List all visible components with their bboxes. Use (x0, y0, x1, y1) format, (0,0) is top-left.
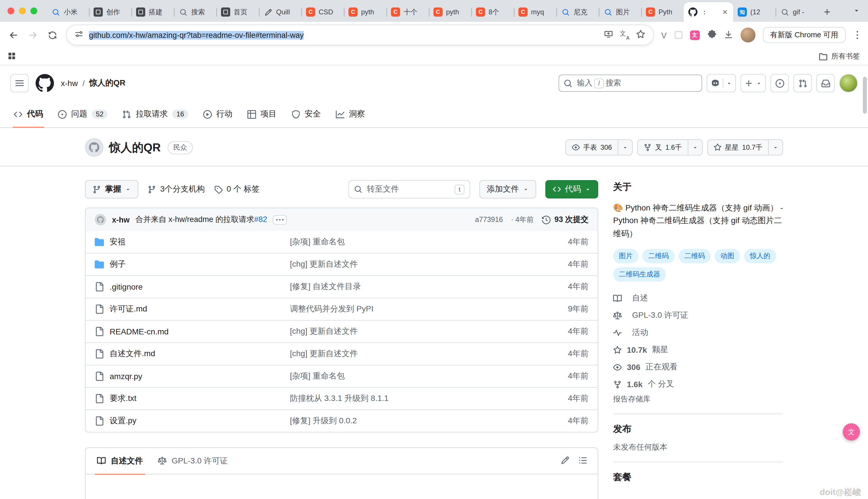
watch-dropdown[interactable] (618, 140, 632, 155)
tab-code[interactable]: 代码 (8, 101, 49, 127)
copilot-button[interactable] (707, 74, 736, 92)
maximize-window-button[interactable] (31, 8, 37, 14)
all-bookmarks-button[interactable]: 所有书签 (819, 52, 860, 61)
license-tab[interactable]: GPL-3.0 许可证 (151, 448, 235, 474)
edit-readme-pencil-icon[interactable] (561, 456, 570, 466)
chrome-update-chip[interactable]: 有新版 Chrome 可用 (763, 27, 846, 43)
browser-tab[interactable]: Cpyth (344, 2, 387, 22)
file-commit-message-link[interactable]: [杂项] 重命名包 (290, 237, 525, 247)
file-name-link[interactable]: 自述文件.md (110, 349, 155, 359)
file-name-link[interactable]: amzqr.py (110, 372, 142, 381)
reload-button[interactable] (45, 27, 60, 42)
page-scrollbar[interactable] (863, 77, 867, 113)
code-button[interactable]: 代码 (545, 180, 598, 198)
browser-tab[interactable]: Cpyth (429, 2, 471, 22)
file-commit-message-link[interactable]: [chg] 更新自述文件 (290, 326, 525, 337)
browser-tab[interactable]: 创作 (89, 2, 131, 22)
fork-dropdown[interactable] (688, 140, 702, 155)
breadcrumb-repo-link[interactable]: 惊人的QR (89, 78, 126, 88)
hamburger-menu-button[interactable] (10, 74, 29, 92)
file-commit-message-link[interactable]: [chg] 更新自述文件 (290, 259, 525, 270)
commit-sha-link[interactable]: a773916 (475, 216, 503, 224)
browser-tab[interactable]: 图片 (599, 2, 641, 22)
forks-link[interactable]: 1.6k 个 分叉 (613, 379, 783, 389)
repo-title[interactable]: 惊人的QR (109, 140, 161, 155)
extension-square-icon[interactable] (674, 31, 682, 39)
browser-tab[interactable]: 首页 (216, 2, 259, 22)
downloads-icon[interactable] (724, 29, 733, 40)
browser-tab[interactable]: Cmyq (514, 2, 556, 22)
browser-tab[interactable]: 尼克 (556, 2, 599, 22)
add-file-button[interactable]: 添加文件 (479, 180, 536, 198)
file-commit-message-link[interactable]: [杂项] 重命名包 (290, 371, 525, 381)
tab-insights[interactable]: 洞察 (330, 101, 371, 127)
commit-history-link[interactable]: 93 次提交 (542, 215, 588, 225)
file-name-link[interactable]: 设置.py (110, 416, 136, 426)
forward-button[interactable] (25, 27, 40, 42)
commit-author-link[interactable]: x-hw (112, 215, 130, 224)
translate-icon[interactable]: 文A (620, 31, 629, 39)
report-repository-link[interactable]: 报告存储库 (613, 394, 783, 404)
activity-link[interactable]: 活动 (613, 328, 783, 338)
file-commit-message-link[interactable]: 调整代码并分发到 PyPI (290, 304, 525, 314)
readme-link[interactable]: 自述 (613, 293, 783, 303)
new-tab-button[interactable] (819, 4, 835, 20)
breadcrumb-owner-link[interactable]: x-hw (61, 78, 78, 88)
fork-button[interactable]: 叉1.6千 (637, 139, 702, 156)
v-extension-icon[interactable]: V (661, 30, 667, 40)
topic-tag[interactable]: 二维码 (679, 249, 711, 263)
tab-search-chevron-icon[interactable] (848, 7, 865, 15)
file-name-link[interactable]: 例子 (110, 259, 126, 270)
chrome-menu-kebab-icon[interactable] (853, 31, 861, 39)
github-search-input[interactable]: 输入/搜索 (559, 75, 702, 92)
topic-tag[interactable]: 二维码生成器 (613, 267, 666, 282)
tab-security[interactable]: 安全 (286, 101, 326, 127)
branch-selector-button[interactable]: 掌握 (85, 180, 138, 198)
apps-grid-icon[interactable] (8, 52, 15, 61)
watchers-link[interactable]: 306 正在观看 (613, 362, 783, 372)
file-name-link[interactable]: .gitignore (110, 282, 143, 291)
file-name-link[interactable]: README-cn.md (110, 327, 168, 336)
file-commit-message-link[interactable]: [chg] 更新自述文件 (290, 349, 525, 359)
browser-tab[interactable]: 搜索 (174, 2, 216, 22)
tab-issues[interactable]: 问题52 (52, 101, 114, 127)
repo-owner-avatar[interactable] (85, 138, 103, 157)
extensions-puzzle-icon[interactable] (707, 29, 716, 40)
watch-button[interactable]: 手表306 (566, 139, 633, 156)
browser-tab[interactable]: 小米 (47, 2, 89, 22)
file-name-link[interactable]: 要求.txt (110, 393, 136, 404)
browser-tab[interactable]: C8个 (471, 2, 514, 22)
tab-projects[interactable]: 项目 (241, 101, 282, 127)
user-avatar[interactable] (839, 74, 858, 92)
browser-tab[interactable]: 搭建 (131, 2, 174, 22)
commit-kebab-button[interactable] (273, 215, 287, 224)
topic-tag[interactable]: 动图 (715, 249, 740, 263)
file-commit-message-link[interactable]: [修复] 自述文件目录 (290, 282, 525, 292)
pull-requests-button[interactable] (793, 74, 812, 92)
topic-tag[interactable]: 图片 (613, 249, 638, 263)
install-app-icon[interactable] (604, 29, 613, 40)
outline-list-icon[interactable] (579, 456, 587, 466)
bookmark-star-icon[interactable] (636, 29, 645, 40)
branches-link[interactable]: 3个分支机构 (147, 184, 205, 194)
go-to-file-input[interactable]: 转至文件 t (348, 180, 470, 198)
stars-link[interactable]: 10.7k 颗星 (613, 345, 783, 355)
browser-tab[interactable]: Quill (259, 2, 301, 22)
inbox-button[interactable] (816, 74, 835, 92)
star-dropdown[interactable] (768, 140, 783, 155)
file-commit-message-link[interactable]: [修复] 升级到 0.0.2 (290, 416, 525, 426)
close-window-button[interactable] (8, 8, 14, 14)
tab-actions[interactable]: 行动 (197, 101, 238, 127)
star-button[interactable]: 星星10.7千 (707, 139, 783, 156)
browser-tab[interactable]: 知(12 (733, 2, 775, 22)
tab-pull-requests[interactable]: 拉取请求16 (117, 101, 194, 127)
chrome-profile-avatar[interactable] (740, 27, 755, 42)
file-name-link[interactable]: 安祖 (110, 237, 126, 247)
topic-tag[interactable]: 二维码 (642, 249, 675, 263)
browser-tab[interactable]: C十个 (387, 2, 429, 22)
file-commit-message-link[interactable]: 防撞枕从 3.3.1 升级到 8.1.1 (290, 393, 525, 404)
issues-button[interactable] (770, 74, 789, 92)
address-bar[interactable]: github.com/x-hw/amazing-qr?tab=readme-ov… (67, 25, 653, 45)
file-name-link[interactable]: 许可证.md (110, 304, 147, 314)
tune-icon[interactable] (75, 30, 83, 40)
